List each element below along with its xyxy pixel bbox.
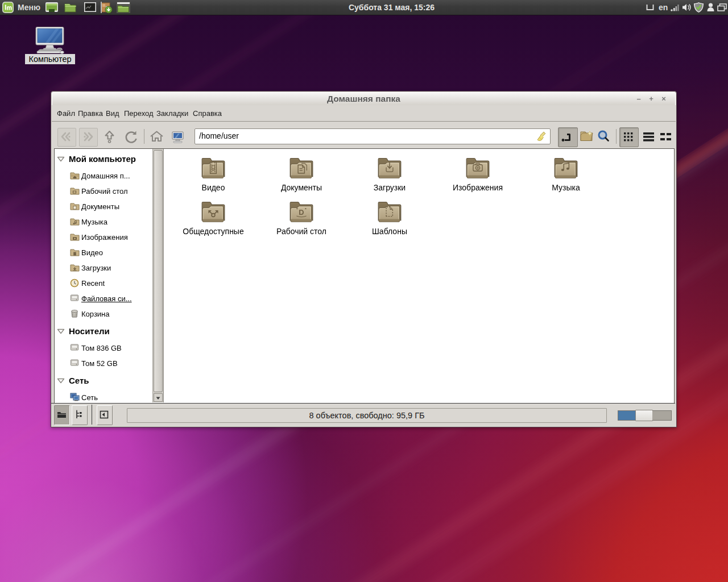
svg-text:D: D xyxy=(299,208,304,217)
